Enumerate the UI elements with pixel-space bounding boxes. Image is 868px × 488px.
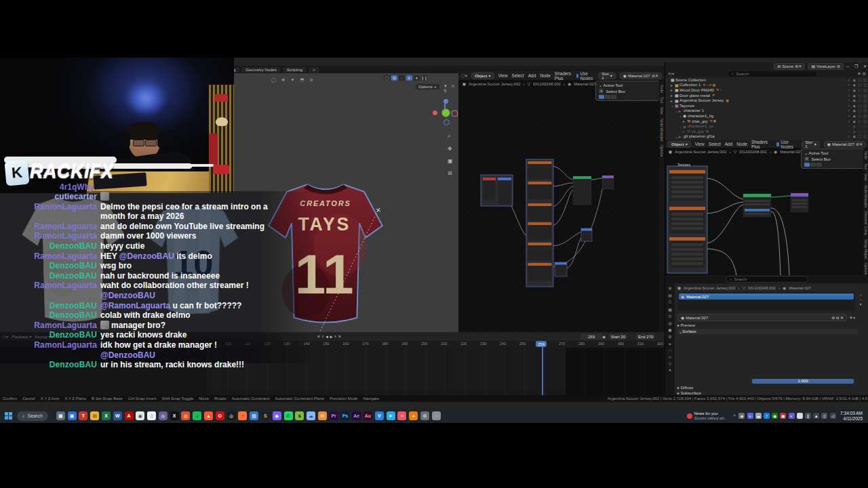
chat-username[interactable]: RamonLaguarta (0, 281, 100, 291)
chat-username[interactable]: DenzooBAU (0, 301, 100, 311)
navigation-gizmo[interactable] (433, 99, 457, 126)
taskbar-app-icon[interactable]: ▦ (56, 411, 65, 420)
visibility-icons[interactable]: ✓ ◉ ▢ ◫ (848, 94, 868, 98)
viewport-header-icons[interactable]: ◯ ✥ ▼ ⬒ ⊘ (271, 77, 315, 83)
chat-mention[interactable]: @DenzooBAU (100, 291, 155, 300)
panel-surface[interactable]: ⌄ Surface (677, 329, 858, 334)
viewlayer-selector[interactable]: ▤ ViewLayer ⊘ (808, 63, 844, 70)
outliner-row[interactable]: ⌄ ◉ character1_rig ✓ ◉ ▢ ◫ (665, 113, 868, 119)
side-tab[interactable]: Node Wrangler (864, 185, 868, 208)
chat-mention[interactable]: @DenzooBAU (119, 251, 174, 261)
chat-username[interactable]: DenzooBAU (0, 360, 100, 370)
outliner-row[interactable]: ⌄ ▹ gfi placeiron gf1a ✓ ◉ ▢ ◫ (665, 134, 868, 140)
taskbar-app-icon[interactable]: X (102, 411, 111, 420)
tray-app-icon[interactable]: ◉ (772, 413, 778, 419)
workspace-tab[interactable]: Geometry Nodes (241, 67, 281, 73)
visibility-icons[interactable]: ✓ ◉ ▢ ◫ (848, 119, 868, 123)
proportional-edit-icon[interactable]: ◯ (384, 75, 390, 81)
tool-toggle-2[interactable] (605, 95, 610, 99)
tray-app-icon[interactable]: ◖ (747, 413, 753, 419)
frame-start-field[interactable]: Start 30 (609, 333, 627, 340)
taskbar-app-icon[interactable]: ▲ (204, 411, 213, 420)
workspace-tab[interactable]: + (309, 67, 320, 73)
shader-editor-main[interactable]: ⬡▾ Object ▾ View Select Add Node Shaders… (458, 71, 665, 332)
taskbar-app-icon[interactable]: ♪ (193, 411, 201, 420)
taskbar-app-icon[interactable]: ➤ (387, 411, 395, 420)
taskbar-app-icon[interactable]: Pr (330, 411, 338, 420)
side-tab[interactable]: View (660, 107, 664, 115)
taskbar-app-icon[interactable]: ▧ (250, 411, 258, 420)
properties-tab-icon[interactable]: ⎙ (669, 300, 672, 304)
taskbar-app-icon[interactable]: V (375, 411, 384, 420)
outliner-row[interactable]: ▦ Scene Collection ✓ ◉ ▢ ◫ (665, 77, 868, 83)
taskbar-app-icon[interactable]: Ae (352, 411, 361, 420)
tray-app-icon[interactable]: ◐ (789, 413, 795, 419)
visibility-icons[interactable]: ✓ ◉ ▢ ◫ (848, 108, 868, 113)
chat-username[interactable]: DenzooBAU (0, 310, 100, 321)
outliner-search[interactable]: ⌕Search (728, 71, 816, 77)
pause-icon[interactable]: ❙❙ (421, 75, 427, 81)
tray-app-icon[interactable]: ◎ (797, 413, 803, 419)
taskbar-app-icon[interactable]: ◎ (227, 411, 236, 420)
taskbar-app-icon[interactable]: ◔ (238, 411, 247, 420)
visibility-icons[interactable]: ✓ ◉ ▢ ◫ (848, 134, 868, 138)
frame-end-field[interactable]: End 270 (636, 333, 655, 340)
viewport-side-tools[interactable]: ⌕ ✥ ▣ ⊞ (448, 133, 453, 176)
taskbar-app-icon[interactable]: Ps (340, 411, 349, 420)
panel-subsurface[interactable]: ▸ Subsurface (677, 390, 701, 395)
taskbar-app-icon[interactable]: ▤ (90, 411, 99, 420)
tool-toggle-1[interactable] (599, 95, 604, 99)
tray-app-icon[interactable]: ▲ (813, 413, 819, 419)
visibility-icons[interactable]: ✓ ◉ ▢ ◫ (848, 83, 868, 87)
outliner-row[interactable]: ▸ ⚒ vs_grp ▣ ✓ ◉ ▢ ◫ (665, 129, 868, 134)
window-controls[interactable]: ─ ❐ ✕ (846, 64, 868, 68)
properties-tab-icon[interactable]: ▤ (668, 293, 672, 298)
chat-username[interactable]: DenzooBAU (0, 241, 100, 251)
properties-tab-icon[interactable]: ▦ (668, 307, 672, 312)
chat-mention[interactable]: @DenzooBAU (100, 350, 155, 360)
taskbar-app-icon[interactable]: ◌ (432, 411, 441, 420)
taskbar-search[interactable]: ⌕Search (17, 411, 48, 421)
visibility-icons[interactable]: ✓ ◉ ▢ ◫ (848, 129, 868, 134)
properties-tab-icon[interactable]: ◼ (669, 327, 672, 332)
taskbar-app-icon[interactable]: ◉ (136, 411, 144, 420)
properties-tab-icon[interactable]: ▽ (669, 361, 672, 366)
chat-username[interactable]: RamonLaguarta (0, 222, 100, 232)
autokey-icon[interactable]: ◉ (602, 334, 606, 339)
ortho-toggle-icon[interactable]: ⊞ (448, 170, 453, 176)
properties-tab-icon[interactable]: ⚒ (668, 286, 671, 291)
taskbar-app-icon[interactable]: ♞ (295, 411, 304, 420)
visibility-icons[interactable]: ✓ ◉ ▢ ◫ (848, 104, 868, 108)
taskbar-app-icon[interactable]: ◎ (159, 411, 167, 420)
chat-username[interactable]: RamonLaguarta (0, 202, 100, 212)
tray-app-icon[interactable]: ▣ (780, 413, 786, 419)
side-tab[interactable]: Denoiser Comp (864, 211, 868, 235)
properties-tab-icon[interactable]: ⚙ (668, 334, 671, 339)
side-tab[interactable]: View (864, 174, 868, 181)
rendered-shading-icon[interactable]: ● (414, 75, 420, 81)
taskbar-app-icon[interactable]: ◍ (181, 411, 190, 420)
tray-app-icon[interactable]: ◈ (738, 413, 745, 419)
taskbar-app-icon[interactable]: O (216, 411, 224, 420)
chat-username[interactable]: DenzooBAU (0, 330, 100, 340)
taskbar-app-icon[interactable]: S (261, 411, 270, 420)
timeline-range-after-end[interactable] (565, 348, 665, 395)
side-tab[interactable]: Node Wrangler (660, 119, 664, 142)
outliner-row[interactable]: ⌄ ▹ character 1 ✓ ◉ ▢ ◫ (665, 108, 868, 114)
tray-app-icon[interactable]: ◁ (830, 413, 836, 419)
taskbar-app-icon[interactable]: Au (363, 411, 372, 420)
properties-tab-icon[interactable]: ◍ (668, 321, 671, 325)
visibility-icons[interactable]: ✓ ◉ ▢ ◫ (848, 98, 868, 102)
properties-tab-icon[interactable]: ● (669, 368, 671, 372)
tray-app-icon[interactable]: f (764, 413, 770, 419)
playhead-frame-label[interactable]: 259 (536, 341, 547, 347)
zoom-icon[interactable]: ⌕ (448, 133, 453, 140)
side-tab[interactable]: Node (864, 151, 868, 159)
node-search-field[interactable]: ⌕Search (726, 276, 808, 283)
outliner-row[interactable]: ⌄ ◉ character1_co ✓ ◉ ▢ ◫ (665, 123, 868, 129)
slot-list-buttons[interactable]: ＋－▾ (857, 293, 864, 307)
taskbar-app-icon[interactable]: ◆ (273, 411, 281, 420)
side-tab[interactable]: Options (864, 263, 868, 274)
panel-preview[interactable]: ▸ Preview (677, 323, 695, 327)
chat-username[interactable]: RamonLaguarta (0, 251, 100, 262)
